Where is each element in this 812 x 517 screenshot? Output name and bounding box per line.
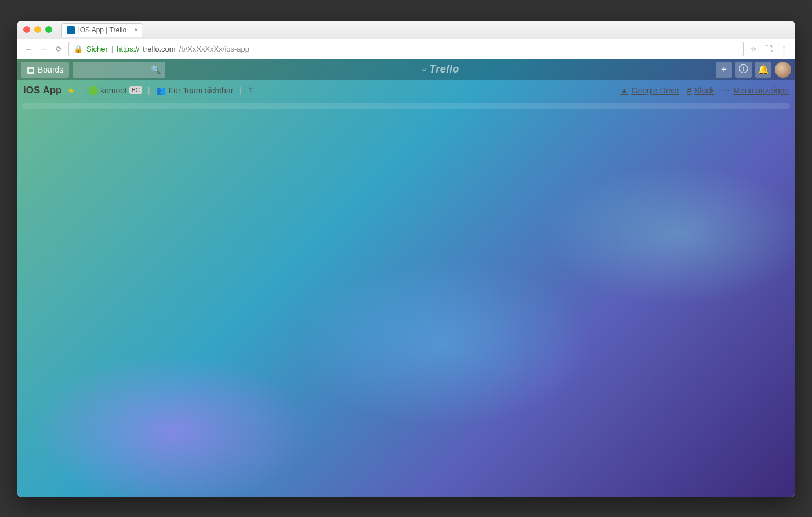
traffic-lights: [23, 26, 52, 33]
visibility-button[interactable]: 👥 Für Team sichtbar: [156, 86, 234, 95]
list-title[interactable]: Next release: [534, 110, 578, 110]
star-bookmark-icon[interactable]: ☆: [748, 45, 759, 53]
info-icon: ⓘ: [739, 63, 748, 75]
calendar-powerup-icon[interactable]: 🗓: [247, 86, 255, 95]
org-name: komoot: [100, 86, 127, 95]
create-button[interactable]: ＋: [716, 62, 732, 78]
app-area: ▦ Boards 🔍 ▫ Trello ＋ ⓘ 🔔 iOS App ★ | ko…: [17, 59, 795, 497]
trello-logo[interactable]: ▫ Trello: [169, 63, 712, 75]
powerup-google-drive[interactable]: ▲ Google Drive: [621, 86, 679, 95]
maximize-window-icon[interactable]: [45, 26, 52, 33]
list-menu-icon[interactable]: ⋯: [762, 110, 770, 110]
security-label: Sicher: [86, 45, 108, 53]
minimize-window-icon[interactable]: [34, 26, 41, 33]
show-menu-button[interactable]: ⋯ Menü anzeigen: [722, 86, 789, 95]
browser-tab[interactable]: iOS App | Trello ×: [61, 23, 142, 37]
list-menu-icon[interactable]: ⋯: [382, 110, 391, 110]
url-host: trello.com: [143, 45, 175, 53]
notifications-button[interactable]: 🔔: [755, 62, 771, 78]
google-drive-icon: ▲: [621, 86, 629, 95]
star-board-icon[interactable]: ★: [67, 86, 75, 95]
address-bar[interactable]: 🔒 Sicher | https://trello.com/b/XxXxXxXx…: [68, 42, 744, 56]
team-visible-icon: 👥: [156, 86, 166, 95]
board-canvas[interactable]: Inbox (Emptying every Wed)⋯🚀⚠️⭐🎉 How To …: [17, 101, 795, 110]
slack-icon: #: [687, 86, 691, 95]
info-button[interactable]: ⓘ: [735, 62, 752, 78]
browser-toolbar: ← → ⟳ 🔒 Sicher | https://trello.com/b/Xx…: [17, 39, 795, 59]
url-protocol: https://: [117, 45, 139, 53]
close-tab-icon[interactable]: ×: [134, 26, 138, 34]
url-path: /b/XxXxXxXx/ios-app: [179, 45, 249, 53]
bell-icon: 🔔: [757, 64, 769, 75]
list-title[interactable]: Waiting: [154, 110, 181, 110]
org-plan-badge: BC: [129, 86, 142, 94]
plus-icon: ＋: [719, 63, 728, 75]
list-title[interactable]: Inbox (Emptying every Wed): [28, 110, 129, 110]
forward-icon[interactable]: →: [38, 45, 49, 53]
mac-titlebar: iOS App | Trello ×: [17, 21, 795, 39]
ellipsis-icon: ⋯: [722, 86, 730, 95]
browser-window: iOS App | Trello × ← → ⟳ 🔒 Sicher | http…: [17, 21, 795, 497]
trello-header: ▦ Boards 🔍 ▫ Trello ＋ ⓘ 🔔: [17, 59, 795, 80]
tab-title: iOS App | Trello: [78, 26, 126, 34]
extension-icon[interactable]: ⛶: [763, 45, 774, 53]
board-title[interactable]: iOS App: [23, 85, 61, 96]
search-input[interactable]: 🔍: [72, 62, 165, 78]
trello-favicon-icon: [67, 26, 75, 34]
logo-icon: ▫: [422, 63, 426, 75]
list-title[interactable]: Doing: [660, 110, 682, 110]
org-logo-icon: [89, 86, 98, 95]
reload-icon[interactable]: ⟳: [53, 45, 64, 53]
user-avatar[interactable]: [775, 62, 791, 78]
org-link[interactable]: komoot BC: [89, 86, 142, 95]
list-menu-icon[interactable]: ⋯: [635, 110, 644, 110]
boards-button[interactable]: ▦ Boards: [21, 62, 69, 78]
list-title[interactable]: User Support: [407, 110, 455, 110]
chrome-menu-icon[interactable]: ⋮: [778, 45, 789, 53]
list-menu-icon[interactable]: ⋯: [509, 110, 517, 110]
list-menu-icon[interactable]: ⋯: [129, 110, 138, 110]
board-header: iOS App ★ | komoot BC | 👥 Für Team sicht…: [17, 80, 795, 101]
close-window-icon[interactable]: [23, 26, 30, 33]
search-icon: 🔍: [151, 65, 161, 74]
powerup-slack[interactable]: # Slack: [687, 86, 714, 95]
boards-icon: ▦: [27, 65, 34, 74]
back-icon[interactable]: ←: [23, 45, 34, 53]
board-background: [17, 59, 795, 497]
list-title[interactable]: Backlog: [281, 110, 310, 110]
lock-icon: 🔒: [74, 45, 83, 53]
list-menu-icon[interactable]: ⋯: [256, 110, 264, 110]
boards-label: Boards: [38, 65, 63, 74]
